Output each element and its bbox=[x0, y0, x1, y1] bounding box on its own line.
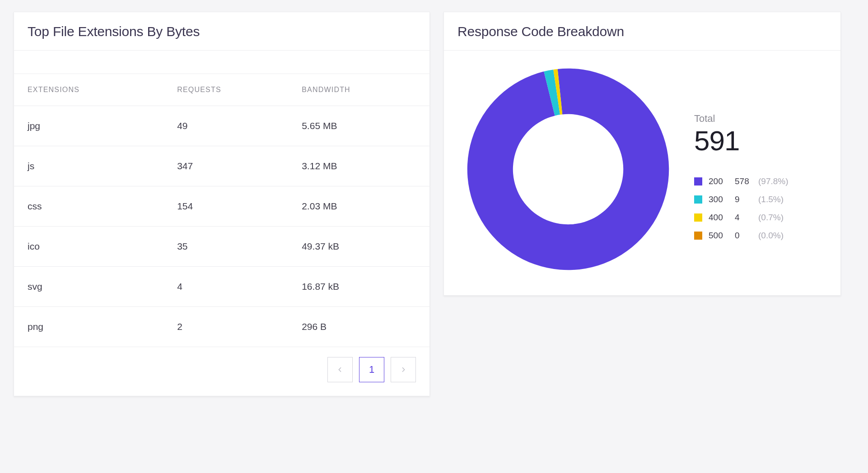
response-code-breakdown-card: Response Code Breakdown Total 591 200578… bbox=[443, 12, 841, 296]
cell-requests: 49 bbox=[163, 106, 288, 146]
legend-code: 500 bbox=[709, 231, 735, 241]
total-value: 591 bbox=[694, 125, 822, 157]
pagination: 1 bbox=[14, 347, 429, 396]
table-row: svg416.87 kB bbox=[14, 267, 429, 307]
cell-extension: svg bbox=[14, 267, 163, 307]
table-row: css1542.03 MB bbox=[14, 186, 429, 227]
cell-bandwidth: 49.37 kB bbox=[288, 227, 429, 267]
cell-extension: png bbox=[14, 307, 163, 347]
spacer-row bbox=[14, 51, 429, 74]
table-header-bandwidth[interactable]: BANDWIDTH bbox=[288, 74, 429, 106]
pager-prev-button[interactable] bbox=[327, 357, 353, 382]
extensions-table: EXTENSIONS REQUESTS BANDWIDTH jpg495.65 … bbox=[14, 74, 429, 347]
legend-count: 4 bbox=[735, 213, 758, 223]
cell-bandwidth: 2.03 MB bbox=[288, 186, 429, 227]
total-label: Total bbox=[694, 113, 822, 125]
cell-bandwidth: 5.65 MB bbox=[288, 106, 429, 146]
legend-pct: (0.7%) bbox=[758, 213, 784, 223]
legend-row: 3009(1.5%) bbox=[694, 195, 822, 204]
legend-row: 200578(97.8%) bbox=[694, 176, 822, 186]
cell-extension: ico bbox=[14, 227, 163, 267]
cell-requests: 347 bbox=[163, 146, 288, 186]
legend-swatch bbox=[694, 177, 702, 185]
top-file-extensions-card: Top File Extensions By Bytes EXTENSIONS … bbox=[14, 12, 430, 396]
table-row: png2296 B bbox=[14, 307, 429, 347]
card-header: Response Code Breakdown bbox=[444, 12, 840, 51]
table-header-extensions[interactable]: EXTENSIONS bbox=[14, 74, 163, 106]
cell-bandwidth: 296 B bbox=[288, 307, 429, 347]
cell-bandwidth: 16.87 kB bbox=[288, 267, 429, 307]
pager-next-button[interactable] bbox=[391, 357, 416, 382]
legend-row: 4004(0.7%) bbox=[694, 213, 822, 223]
cell-requests: 35 bbox=[163, 227, 288, 267]
cell-extension: js bbox=[14, 146, 163, 186]
legend-pct: (97.8%) bbox=[758, 176, 789, 186]
card-header: Top File Extensions By Bytes bbox=[14, 12, 429, 51]
legend-pct: (0.0%) bbox=[758, 231, 784, 241]
legend-code: 200 bbox=[709, 176, 735, 186]
table-row: ico3549.37 kB bbox=[14, 227, 429, 267]
pager-page-button[interactable]: 1 bbox=[359, 357, 384, 382]
table-header-requests[interactable]: REQUESTS bbox=[163, 74, 288, 106]
pager-current-page: 1 bbox=[369, 364, 374, 376]
legend-swatch bbox=[694, 195, 702, 204]
legend-code: 300 bbox=[709, 195, 735, 204]
card-title: Top File Extensions By Bytes bbox=[28, 24, 416, 39]
legend-count: 0 bbox=[735, 231, 758, 241]
card-title: Response Code Breakdown bbox=[457, 24, 827, 39]
legend-count: 9 bbox=[735, 195, 758, 204]
table-row: jpg495.65 MB bbox=[14, 106, 429, 146]
cell-requests: 4 bbox=[163, 267, 288, 307]
legend-code: 400 bbox=[709, 213, 735, 223]
legend-count: 578 bbox=[735, 176, 758, 186]
legend-row: 5000(0.0%) bbox=[694, 231, 822, 241]
donut-chart bbox=[462, 63, 674, 275]
legend: 200578(97.8%)3009(1.5%)4004(0.7%)5000(0.… bbox=[694, 176, 822, 241]
legend-swatch bbox=[694, 232, 702, 240]
cell-requests: 2 bbox=[163, 307, 288, 347]
cell-extension: jpg bbox=[14, 106, 163, 146]
cell-extension: css bbox=[14, 186, 163, 227]
cell-requests: 154 bbox=[163, 186, 288, 227]
legend-pct: (1.5%) bbox=[758, 195, 784, 204]
cell-bandwidth: 3.12 MB bbox=[288, 146, 429, 186]
donut-slice-200[interactable] bbox=[467, 69, 669, 270]
legend-swatch bbox=[694, 213, 702, 222]
chevron-right-icon bbox=[400, 366, 407, 373]
table-row: js3473.12 MB bbox=[14, 146, 429, 186]
chevron-left-icon bbox=[336, 366, 344, 373]
